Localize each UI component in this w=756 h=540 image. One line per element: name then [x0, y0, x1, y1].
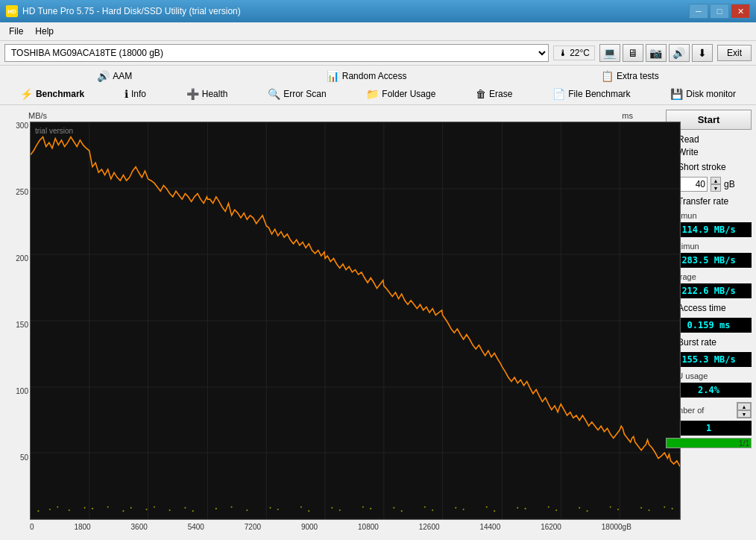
minimize-button[interactable]: ─	[689, 4, 708, 19]
nav-info-label: Info	[131, 89, 146, 99]
drive-cam-btn[interactable]: 📷	[646, 44, 667, 62]
nav-error-scan[interactable]: 🔍 Error Scan	[262, 87, 332, 101]
svg-point-36	[525, 508, 526, 509]
chart-labels-top: MB/s ms	[6, 111, 657, 120]
drive-selector[interactable]: TOSHIBA MG09ACA18TE (18000 gB)	[4, 44, 549, 62]
svg-point-38	[587, 510, 588, 512]
short-stroke-label: Short stroke	[678, 162, 726, 172]
svg-point-41	[672, 508, 673, 509]
svg-point-56	[486, 506, 488, 508]
aam-icon: 🔊	[97, 70, 110, 82]
transfer-rate-label: Transfer rate	[678, 196, 728, 207]
drive-hdd-btn[interactable]: 🖥	[623, 44, 643, 62]
app-icon: HD	[6, 5, 18, 17]
svg-point-61	[640, 507, 642, 509]
short-stroke-spinner: ▲ ▼	[711, 177, 721, 192]
nav-benchmark-label: Benchmark	[36, 89, 84, 99]
title-bar: HD HD Tune Pro 5.75 - Hard Disk/SSD Util…	[0, 0, 756, 22]
top-navigation: 🔊 AAM 📊 Random Access 📋 Extra tests ⚡ Be…	[0, 66, 756, 105]
svg-point-55	[455, 507, 456, 509]
svg-point-58	[548, 506, 549, 508]
nav-aam[interactable]: 🔊 AAM	[91, 69, 138, 84]
svg-point-39	[617, 509, 619, 510]
progress-bar-fill	[667, 439, 751, 448]
close-button[interactable]: ✕	[731, 4, 750, 19]
nav-disk-monitor-label: Disk monitor	[686, 89, 736, 99]
svg-point-49	[269, 507, 271, 509]
svg-point-40	[648, 509, 649, 511]
info-icon: ℹ	[125, 88, 128, 100]
svg-point-51	[331, 507, 333, 509]
svg-point-29	[308, 510, 309, 512]
short-stroke-down[interactable]: ▼	[711, 184, 721, 192]
svg-point-62	[664, 506, 665, 508]
short-stroke-value[interactable]	[678, 177, 708, 192]
benchmark-chart	[31, 122, 680, 519]
svg-point-31	[370, 508, 371, 509]
temperature-value: 22°C	[570, 48, 590, 58]
menu-help[interactable]: Help	[29, 24, 60, 39]
short-stroke-input-group: ▲ ▼ gB	[678, 177, 752, 192]
svg-point-54	[424, 506, 426, 508]
chart-wrapper: 300 250 200 150 100 50 6.00 5.00 4.00 3.…	[6, 122, 657, 520]
exit-button[interactable]: Exit	[717, 45, 752, 61]
nav-file-benchmark-label: File Benchmark	[568, 89, 630, 99]
y-axis-left: 300 250 200 150 100 50	[6, 122, 28, 520]
nav-disk-monitor[interactable]: 💾 Disk monitor	[664, 87, 742, 101]
svg-point-37	[555, 509, 557, 511]
nav-health[interactable]: ➕ Health	[180, 87, 234, 101]
random-access-icon: 📊	[327, 70, 339, 82]
window-controls: ─ □ ✕	[689, 4, 750, 19]
number-down[interactable]: ▼	[737, 410, 751, 418]
drive-sound-btn[interactable]: 🔊	[669, 44, 690, 62]
svg-point-23	[145, 509, 147, 510]
nav-erase[interactable]: 🗑 Erase	[470, 87, 518, 101]
progress-text: 1/1	[739, 439, 749, 449]
number-up[interactable]: ▲	[737, 403, 751, 410]
svg-point-21	[92, 508, 93, 509]
nav-extra-tests-label: Extra tests	[617, 71, 659, 81]
nav-row1: 🔊 AAM 📊 Random Access 📋 Extra tests	[0, 66, 756, 85]
read-label: Read	[678, 134, 699, 145]
burst-rate-label: Burst rate	[678, 337, 716, 348]
svg-point-34	[463, 509, 464, 510]
nav-info[interactable]: ℹ Info	[119, 87, 152, 101]
nav-extra-tests[interactable]: 📋 Extra tests	[595, 69, 665, 84]
svg-point-52	[362, 506, 364, 508]
svg-point-42	[57, 506, 58, 508]
svg-point-59	[579, 507, 580, 509]
nav-random-access[interactable]: 📊 Random Access	[321, 69, 413, 84]
drive-download-btn[interactable]: ⬇	[692, 44, 713, 62]
short-stroke-unit: gB	[724, 179, 735, 189]
drive-bar: TOSHIBA MG09ACA18TE (18000 gB) 🌡 22°C 💻 …	[0, 41, 756, 66]
menu-file[interactable]: File	[3, 24, 29, 39]
svg-point-50	[300, 506, 302, 508]
svg-point-25	[192, 510, 194, 512]
maximize-button[interactable]: □	[710, 4, 729, 19]
nav-file-benchmark[interactable]: 📄 File Benchmark	[546, 87, 636, 101]
chart-canvas: trial version	[30, 122, 681, 520]
trial-watermark: trial version	[35, 127, 73, 135]
benchmark-icon: ⚡	[20, 88, 33, 100]
y-left-label: MB/s	[28, 111, 47, 120]
svg-point-45	[130, 507, 132, 509]
error-scan-icon: 🔍	[268, 88, 280, 100]
nav-benchmark[interactable]: ⚡ Benchmark	[14, 87, 90, 101]
nav-random-access-label: Random Access	[342, 71, 407, 81]
nav-aam-label: AAM	[113, 71, 132, 81]
temperature-display: 🌡 22°C	[553, 45, 595, 60]
svg-point-22	[122, 510, 124, 512]
disk-monitor-icon: 💾	[670, 88, 683, 100]
nav-folder-usage[interactable]: 📁 Folder Usage	[360, 87, 441, 101]
thermometer-icon: 🌡	[558, 48, 567, 58]
x-axis: 0 1800 3600 5400 7200 9000 10800 12600 1…	[6, 521, 657, 531]
svg-point-32	[401, 510, 403, 512]
svg-point-35	[494, 510, 495, 512]
nav-row2: ⚡ Benchmark ℹ Info ➕ Health 🔍 Error Scan…	[0, 85, 756, 104]
drive-info-btn[interactable]: 💻	[599, 44, 620, 62]
drive-icon-buttons: 💻 🖥 📷 🔊 ⬇	[599, 44, 713, 62]
erase-icon: 🗑	[476, 88, 486, 100]
window-title: HD Tune Pro 5.75 - Hard Disk/SSD Utility…	[22, 6, 689, 16]
health-icon: ➕	[186, 88, 199, 100]
short-stroke-up[interactable]: ▲	[711, 177, 721, 184]
